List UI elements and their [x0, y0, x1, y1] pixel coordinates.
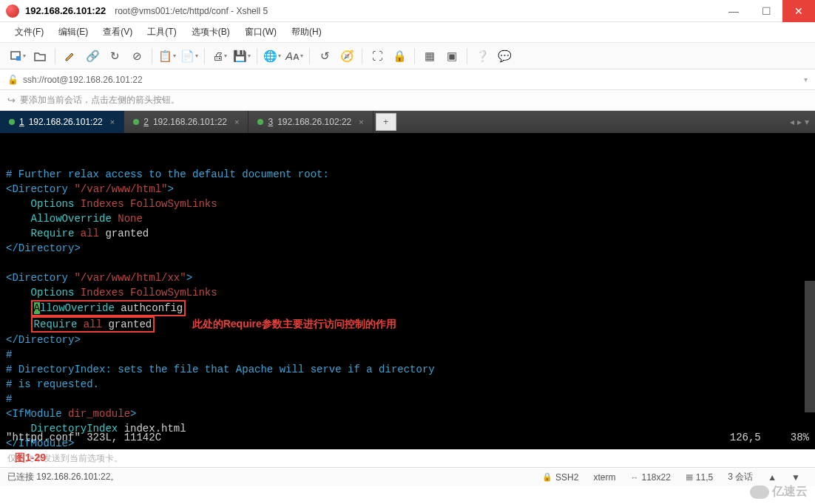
menu-tabs[interactable]: 选项卡(B) [186, 23, 236, 41]
fullscreen-icon[interactable]: ⛶ [367, 46, 388, 67]
save-button[interactable]: 💾▾ [231, 46, 252, 67]
font-button[interactable]: Aᴀ▾ [284, 46, 305, 67]
globe-button[interactable]: 🌐▾ [262, 46, 283, 67]
tab-label: 192.168.26.101:22 [153, 117, 227, 127]
lock-icon: 🔒 [542, 472, 552, 482]
address-text[interactable]: ssh://root@192.168.26.101:22 [23, 75, 804, 85]
hintbar: ↪ 要添加当前会话，点击左侧的箭头按钮。 [0, 90, 815, 111]
status-up-icon[interactable]: ▲ [760, 472, 784, 483]
window-controls: — ☐ ✕ [717, 0, 815, 22]
status-cursor: ▦11,5 [678, 472, 720, 483]
vim-status-line: "httpd.conf" 323L, 11142C 126,5 38% [6, 430, 809, 445]
disconnect-button[interactable]: ⊘ [126, 46, 147, 67]
close-button[interactable]: ✕ [782, 0, 815, 22]
menu-edit[interactable]: 编辑(E) [53, 23, 94, 41]
tab-close-icon[interactable]: × [234, 118, 239, 126]
tabbar: 1 192.168.26.101:22 × 2 192.168.26.101:2… [0, 111, 815, 133]
title-path: root@vms001:/etc/httpd/conf - Xshell 5 [115, 6, 268, 16]
footer-hint: 图1-29 仅将文本发送到当前选项卡。 [0, 449, 815, 467]
watermark: 亿速云 [750, 484, 808, 500]
new-session-button[interactable]: ▾ [7, 46, 28, 67]
grid-icon: ▦ [686, 472, 693, 482]
scrollbar[interactable] [805, 281, 815, 412]
tab-index: 3 [268, 117, 273, 127]
status-down-icon[interactable]: ▼ [784, 472, 808, 483]
tab-index: 2 [143, 117, 149, 127]
minimize-button[interactable]: — [717, 0, 750, 22]
menu-help[interactable]: 帮助(H) [285, 23, 328, 41]
refresh-icon[interactable]: ↺ [314, 46, 335, 67]
hint-arrow-icon[interactable]: ↪ [7, 95, 16, 106]
status-connected: 已连接 192.168.26.101:22。 [7, 471, 535, 483]
chat-icon[interactable]: 💬 [494, 46, 515, 67]
toolbar: ▾ 🔗 ↻ ⊘ 📋▾ 📄▾ 🖨▾ 💾▾ 🌐▾ Aᴀ▾ ↺ 🧭 ⛶ 🔒 ▦ ▣ ❔… [0, 43, 815, 69]
tab-next-icon[interactable]: ▸ [797, 117, 802, 127]
status-dot-icon [133, 119, 139, 125]
tab-close-icon[interactable]: × [110, 118, 115, 126]
paste-button[interactable]: 📄▾ [179, 46, 200, 67]
vim-scroll-pct: 38% [791, 430, 809, 445]
menu-tools[interactable]: 工具(T) [141, 23, 182, 41]
maximize-button[interactable]: ☐ [750, 0, 782, 22]
add-tab-button[interactable]: + [376, 113, 396, 131]
figure-label: 图1-29 [15, 452, 46, 465]
print-button[interactable]: 🖨▾ [209, 46, 230, 67]
annotation-text: 此处的Require参数主要进行访问控制的作用 [192, 318, 396, 330]
session-tab-2[interactable]: 2 192.168.26.101:22 × [124, 111, 248, 133]
menu-view[interactable]: 查看(V) [97, 23, 138, 41]
lock-icon[interactable]: 🔒 [389, 46, 410, 67]
status-term: xterm [586, 472, 623, 483]
session-list-icon[interactable]: ▦ [419, 46, 440, 67]
edit-button[interactable] [60, 46, 81, 67]
open-button[interactable] [30, 46, 50, 67]
term-line: # Further relax access to the default do… [6, 168, 329, 180]
term-line: <Directory [6, 183, 74, 195]
hint-text: 要添加当前会话，点击左侧的箭头按钮。 [20, 94, 180, 106]
tab-label: 192.168.26.101:22 [29, 117, 103, 127]
svg-rect-1 [16, 56, 21, 61]
resize-icon: ↔ [630, 473, 638, 482]
session-tab-3[interactable]: 3 192.168.26.102:22 × [248, 111, 373, 133]
tab-label: 192.168.26.102:22 [277, 117, 351, 127]
title-host: 192.168.26.101:22 [25, 5, 106, 16]
menu-window[interactable]: 窗口(W) [239, 23, 283, 41]
session-tab-1[interactable]: 1 192.168.26.101:22 × [0, 111, 124, 133]
addressbar: 🔓 ssh://root@192.168.26.101:22 ▾ [0, 69, 815, 90]
titlebar: 192.168.26.101:22 root@vms001:/etc/httpd… [0, 0, 815, 22]
menu-file[interactable]: 文件(F) [9, 23, 50, 41]
menubar: 文件(F) 编辑(E) 查看(V) 工具(T) 选项卡(B) 窗口(W) 帮助(… [0, 22, 815, 43]
statusbar: 已连接 192.168.26.101:22。 🔒SSH2 xterm ↔118x… [0, 467, 815, 486]
tab-menu-icon[interactable]: ▾ [805, 117, 809, 127]
highlighted-require: Require all granted [31, 316, 155, 333]
tab-prev-icon[interactable]: ◂ [790, 117, 794, 127]
reconnect-button[interactable]: ↻ [104, 46, 125, 67]
lock-small-icon: 🔓 [7, 75, 18, 85]
status-size: ↔118x22 [623, 472, 677, 483]
terminal-view[interactable]: # Further relax access to the default do… [0, 133, 815, 449]
cloud-icon [750, 486, 769, 499]
compass-icon[interactable]: 🧭 [337, 46, 357, 67]
status-proto: 🔒SSH2 [535, 472, 586, 483]
tab-index: 1 [19, 117, 24, 127]
vim-file-info: "httpd.conf" 323L, 11142C [6, 430, 161, 445]
terminal-icon[interactable]: ▣ [442, 46, 462, 67]
help-icon[interactable]: ❔ [472, 46, 493, 67]
app-icon [6, 4, 19, 18]
vim-cursor-pos: 126,5 [730, 430, 761, 445]
status-dot-icon [9, 119, 15, 125]
copy-button[interactable]: 📋▾ [157, 46, 177, 67]
link-button[interactable]: 🔗 [82, 46, 103, 67]
tab-close-icon[interactable]: × [359, 118, 363, 126]
address-dropdown-icon[interactable]: ▾ [804, 75, 808, 84]
tab-nav: ◂ ▸ ▾ [784, 111, 815, 133]
status-dot-icon [257, 119, 263, 125]
highlighted-allowoverride: AllowOverride authconfig [31, 300, 186, 316]
status-sessions: 3 会话 [720, 471, 760, 483]
